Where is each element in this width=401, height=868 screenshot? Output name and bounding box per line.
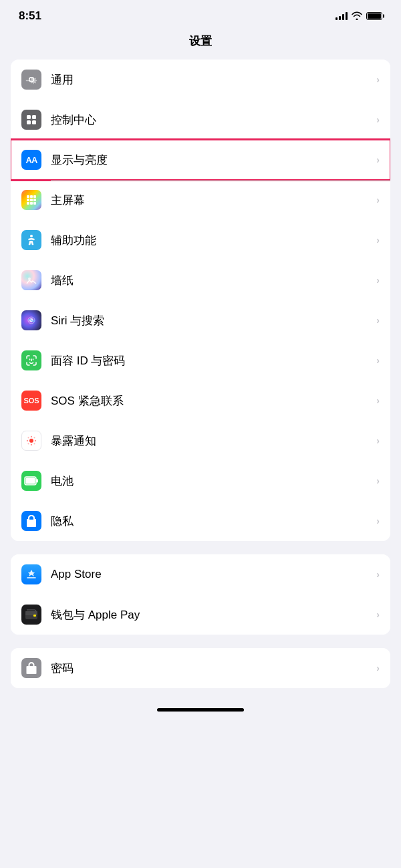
svg-rect-11 [30,202,33,205]
general-chevron: › [376,74,380,85]
page-title: 设置 [0,28,401,60]
faceid-label: 面容 ID 与密码 [51,353,376,368]
sos-label: SOS 紧急联系 [51,393,376,409]
settings-group-apps: App Store › 钱包与 Apple Pay › [11,554,390,635]
svg-point-23 [34,437,35,439]
siri-label: Siri 与搜索 [51,313,376,328]
svg-rect-32 [33,615,36,617]
accessibility-icon [21,230,41,250]
wallet-label: 钱包与 Apple Pay [51,607,376,623]
appstore-icon [21,564,41,584]
settings-row-privacy[interactable]: 隐私 › [11,501,390,541]
sos-icon: SOS [21,391,41,411]
general-label: 通用 [51,72,376,88]
wallpaper-icon [21,270,41,290]
exposure-chevron: › [376,435,380,446]
settings-row-home-screen[interactable]: 主屏幕 › [11,180,390,220]
settings-group-passwords: 密码 › [11,648,390,688]
wifi-icon [352,11,362,22]
wallpaper-label: 墙纸 [51,273,376,288]
settings-row-accessibility[interactable]: 辅助功能 › [11,220,390,260]
battery-row-icon [21,471,41,491]
settings-row-battery[interactable]: 电池 › [11,461,390,501]
faceid-chevron: › [376,355,380,366]
signal-icon [336,12,348,20]
svg-rect-12 [33,202,36,205]
svg-point-17 [29,439,33,443]
svg-rect-0 [27,115,31,119]
svg-point-19 [31,444,32,445]
battery-icon [366,12,382,20]
wallet-icon [21,605,41,625]
status-time: 8:51 [19,9,41,23]
siri-icon [21,310,41,330]
exposure-icon [21,431,41,451]
general-icon [21,70,41,90]
settings-row-wallpaper[interactable]: 墙纸 › [11,260,390,300]
settings-row-exposure[interactable]: 暴露通知 › [11,421,390,461]
settings-row-appstore[interactable]: App Store › [11,554,390,594]
display-chevron: › [376,154,380,165]
control-center-chevron: › [376,114,380,125]
svg-rect-6 [33,195,36,198]
home-screen-icon [21,190,41,210]
siri-chevron: › [376,315,380,326]
status-icons [336,11,382,22]
svg-rect-9 [33,199,36,201]
home-indicator [157,708,244,712]
svg-rect-3 [32,120,36,124]
privacy-label: 隐私 [51,514,376,529]
settings-row-faceid[interactable]: 面容 ID 与密码 › [11,340,390,381]
status-bar: 8:51 [0,0,401,28]
battery-label: 电池 [51,473,376,489]
accessibility-label: 辅助功能 [51,233,376,248]
svg-rect-27 [26,478,35,484]
svg-point-20 [27,440,28,441]
svg-point-13 [30,235,33,237]
sos-text: SOS [23,397,39,405]
accessibility-chevron: › [376,235,380,245]
settings-row-control-center[interactable]: 控制中心 › [11,100,390,140]
svg-rect-7 [27,199,29,201]
svg-rect-10 [27,202,29,205]
svg-rect-4 [27,195,29,198]
battery-chevron: › [376,475,380,486]
privacy-chevron: › [376,516,380,526]
appstore-label: App Store [51,568,376,581]
exposure-label: 暴露通知 [51,433,376,449]
passwords-chevron: › [376,663,380,673]
home-screen-chevron: › [376,195,380,205]
svg-rect-28 [36,479,38,483]
settings-row-sos[interactable]: SOS SOS 紧急联系 › [11,381,390,421]
svg-rect-8 [30,199,33,201]
privacy-icon [21,511,41,531]
svg-point-18 [31,436,32,437]
wallpaper-chevron: › [376,275,380,286]
settings-row-display[interactable]: AA 显示与亮度 › [11,140,390,180]
svg-point-25 [34,443,35,445]
faceid-icon [21,350,41,370]
sos-chevron: › [376,395,380,406]
settings-row-siri[interactable]: Siri 与搜索 › [11,300,390,340]
home-screen-label: 主屏幕 [51,193,376,208]
settings-row-general[interactable]: 通用 › [11,60,390,100]
appstore-chevron: › [376,569,380,580]
control-center-icon [21,110,41,130]
display-icon: AA [21,150,41,170]
svg-rect-2 [27,120,31,124]
wallet-chevron: › [376,609,380,620]
passwords-label: 密码 [51,661,376,676]
svg-rect-5 [30,195,33,198]
svg-point-21 [35,440,36,441]
svg-rect-31 [25,611,37,613]
svg-point-22 [28,437,29,439]
settings-group-general: 通用 › 控制中心 › AA 显示与亮度 › [11,60,390,541]
settings-row-passwords[interactable]: 密码 › [11,648,390,688]
svg-point-24 [28,443,29,445]
aa-text: AA [26,155,37,165]
control-center-label: 控制中心 [51,112,376,128]
settings-row-wallet[interactable]: 钱包与 Apple Pay › [11,594,390,635]
display-label: 显示与亮度 [51,152,376,168]
svg-rect-1 [32,115,36,119]
passwords-icon [21,658,41,678]
